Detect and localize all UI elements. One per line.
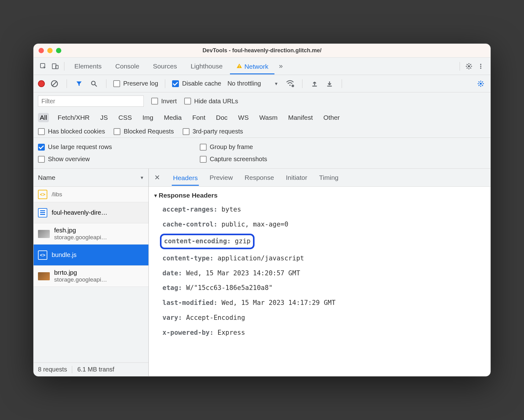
capture-screenshots-checkbox[interactable]: Capture screenshots bbox=[200, 153, 486, 165]
svg-point-14 bbox=[480, 64, 481, 65]
type-chip-ws[interactable]: WS bbox=[236, 113, 250, 122]
maximize-window-button[interactable] bbox=[56, 48, 61, 53]
network-settings-gear-icon[interactable] bbox=[475, 78, 486, 89]
download-har-icon[interactable] bbox=[324, 78, 335, 89]
invert-checkbox[interactable]: Invert bbox=[151, 98, 177, 105]
type-chip-other[interactable]: Other bbox=[321, 113, 342, 122]
request-row[interactable]: fesh.jpg storage.googleapi… bbox=[34, 223, 148, 245]
svg-point-21 bbox=[289, 85, 291, 86]
svg-point-15 bbox=[480, 66, 481, 67]
response-headers-section[interactable]: Response Headers bbox=[154, 190, 485, 202]
svg-point-5 bbox=[468, 65, 470, 67]
tab-console[interactable]: Console bbox=[109, 59, 146, 74]
section-title-label: Response Headers bbox=[159, 192, 218, 199]
type-chip-css[interactable]: CSS bbox=[117, 113, 134, 122]
filter-checkboxes: Has blocked cookies Blocked Requests 3rd… bbox=[34, 125, 490, 138]
request-name: bundle.js bbox=[52, 251, 77, 259]
filter-funnel-icon[interactable] bbox=[74, 78, 84, 89]
disable-cache-checkbox[interactable]: Disable cache bbox=[172, 80, 221, 87]
tab-lighthouse[interactable]: Lighthouse bbox=[185, 59, 229, 74]
header-row: x-powered-by: Express bbox=[154, 325, 485, 340]
has-blocked-cookies-checkbox[interactable]: Has blocked cookies bbox=[38, 128, 105, 135]
header-row: content-encoding: gzip bbox=[154, 232, 485, 251]
header-row: etag: W/"15cc63-186e5a210a8" bbox=[154, 281, 485, 296]
close-details-icon[interactable]: ✕ bbox=[152, 172, 162, 184]
type-chip-media[interactable]: Media bbox=[162, 113, 184, 122]
request-list: <> /libs foul-heavenly-dire… fesh.jpg s bbox=[34, 187, 148, 362]
preserve-log-checkbox[interactable]: Preserve log bbox=[113, 80, 158, 87]
group-by-frame-label: Group by frame bbox=[210, 143, 253, 151]
device-toggle-icon[interactable] bbox=[50, 61, 60, 72]
network-conditions-icon[interactable] bbox=[285, 78, 295, 89]
header-row: date: Wed, 15 Mar 2023 14:20:57 GMT bbox=[154, 266, 485, 281]
svg-line-31 bbox=[482, 85, 483, 86]
search-icon[interactable] bbox=[89, 78, 99, 89]
window-title: DevTools - foul-heavenly-direction.glitc… bbox=[34, 47, 490, 54]
tab-sources[interactable]: Sources bbox=[147, 59, 183, 74]
disable-cache-label: Disable cache bbox=[182, 80, 221, 87]
blocked-requests-label: Blocked Requests bbox=[124, 128, 174, 135]
request-name: fesh.jpg bbox=[54, 227, 107, 234]
tab-elements[interactable]: Elements bbox=[68, 59, 108, 74]
transfer-size: 6.1 MB transf bbox=[77, 366, 114, 373]
requests-count: 8 requests bbox=[38, 366, 67, 373]
tab-network[interactable]: Network bbox=[230, 59, 274, 74]
svg-point-25 bbox=[480, 82, 482, 84]
more-tabs-icon[interactable]: » bbox=[276, 62, 286, 70]
detail-tab-initiator[interactable]: Initiator bbox=[285, 170, 309, 185]
invert-label: Invert bbox=[161, 98, 177, 105]
hide-data-urls-label: Hide data URLs bbox=[194, 98, 238, 105]
minimize-window-button[interactable] bbox=[47, 48, 53, 53]
script-icon: <> bbox=[38, 190, 47, 199]
type-chip-manifest[interactable]: Manifest bbox=[286, 113, 315, 122]
svg-point-19 bbox=[91, 81, 95, 85]
devtools-window: DevTools - foul-heavenly-direction.glitc… bbox=[33, 44, 491, 376]
tab-network-label: Network bbox=[244, 63, 268, 70]
third-party-label: 3rd-party requests bbox=[193, 128, 243, 135]
divider bbox=[165, 79, 165, 88]
request-row[interactable]: foul-heavenly-dire… bbox=[34, 202, 148, 223]
show-overview-checkbox[interactable]: Show overview bbox=[38, 153, 200, 165]
clear-icon[interactable] bbox=[49, 78, 60, 89]
detail-tab-headers[interactable]: Headers bbox=[172, 170, 199, 186]
svg-rect-24 bbox=[327, 86, 332, 86]
request-row-selected[interactable]: <> bundle.js bbox=[34, 245, 148, 266]
settings-gear-icon[interactable] bbox=[464, 61, 474, 72]
throttling-label: No throttling bbox=[227, 80, 261, 87]
request-list-status: 8 requests 6.1 MB transf bbox=[34, 362, 148, 376]
hide-data-urls-checkbox[interactable]: Hide data URLs bbox=[184, 98, 238, 105]
titlebar: DevTools - foul-heavenly-direction.glitc… bbox=[34, 44, 490, 58]
type-chip-font[interactable]: Font bbox=[190, 113, 207, 122]
request-row[interactable]: brrto.jpg storage.googleapi… bbox=[34, 266, 148, 287]
use-large-rows-checkbox[interactable]: Use large request rows bbox=[38, 141, 200, 153]
detail-tab-timing[interactable]: Timing bbox=[318, 170, 340, 185]
blocked-requests-checkbox[interactable]: Blocked Requests bbox=[114, 128, 174, 135]
display-options: Use large request rows Group by frame Sh… bbox=[34, 138, 490, 168]
close-window-button[interactable] bbox=[39, 48, 44, 53]
detail-tab-response[interactable]: Response bbox=[243, 170, 275, 185]
kebab-menu-icon[interactable] bbox=[475, 61, 486, 72]
request-path: storage.googleapi… bbox=[54, 276, 107, 283]
request-row[interactable]: <> /libs bbox=[34, 187, 148, 202]
detail-tab-preview[interactable]: Preview bbox=[208, 170, 234, 185]
request-list-header[interactable]: Name ▼ bbox=[34, 169, 148, 187]
type-chip-img[interactable]: Img bbox=[141, 113, 155, 122]
type-chip-all[interactable]: All bbox=[38, 113, 49, 122]
type-chip-doc[interactable]: Doc bbox=[214, 113, 229, 122]
throttling-select[interactable]: No throttling ▼ bbox=[226, 80, 280, 87]
type-chip-js[interactable]: JS bbox=[98, 113, 110, 122]
filter-input[interactable] bbox=[38, 96, 144, 107]
record-button[interactable] bbox=[38, 80, 45, 87]
request-name: foul-heavenly-dire… bbox=[52, 209, 107, 216]
headers-content: Response Headers accept-ranges: bytescac… bbox=[149, 187, 490, 376]
type-chip-fetch[interactable]: Fetch/XHR bbox=[56, 113, 91, 122]
third-party-checkbox[interactable]: 3rd-party requests bbox=[183, 128, 243, 135]
divider bbox=[460, 62, 460, 71]
show-overview-label: Show overview bbox=[48, 156, 90, 163]
inspect-icon[interactable] bbox=[38, 61, 49, 72]
group-by-frame-checkbox[interactable]: Group by frame bbox=[200, 141, 486, 153]
upload-har-icon[interactable] bbox=[309, 78, 320, 89]
svg-rect-4 bbox=[239, 67, 240, 67]
type-chip-wasm[interactable]: Wasm bbox=[257, 113, 279, 122]
script-icon: <> bbox=[38, 250, 47, 260]
